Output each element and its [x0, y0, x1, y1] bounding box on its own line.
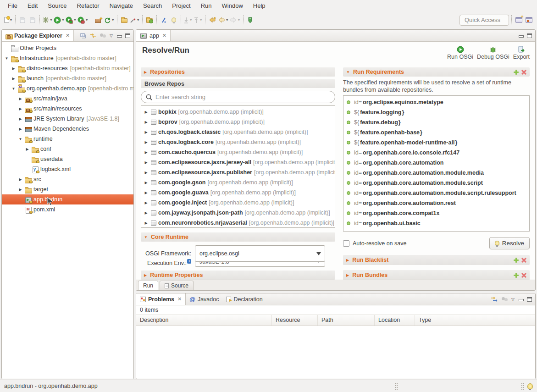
repo-item[interactable]: ch.qos.logback.core [org.openhab.demo.ap…: [141, 137, 335, 147]
tab-run[interactable]: Run: [138, 281, 158, 290]
tree-item[interactable]: JRE System Library [JavaSE-1.8]: [2, 114, 133, 124]
java-perspective-button[interactable]: [524, 15, 533, 26]
status-grip[interactable]: [521, 383, 524, 390]
section-run-bundles[interactable]: Run Bundles: [343, 270, 530, 280]
expander-icon[interactable]: [17, 117, 23, 121]
expander-icon[interactable]: [143, 150, 149, 155]
menu-item[interactable]: Source: [43, 1, 72, 10]
requirement-item[interactable]: id= org.openhab.core.compat1x: [343, 208, 529, 218]
status-grip[interactable]: [395, 383, 398, 390]
repo-item[interactable]: ch.qos.logback.classic [org.openhab.demo…: [141, 127, 335, 137]
expander-icon[interactable]: [143, 130, 149, 134]
expander-icon[interactable]: [17, 107, 23, 111]
open-perspective-button[interactable]: [514, 15, 523, 26]
expander-icon[interactable]: [17, 127, 23, 131]
link-with-editor-icon[interactable]: [90, 33, 96, 38]
maximize-icon[interactable]: [125, 33, 130, 38]
open-folder-button[interactable]: [120, 15, 129, 26]
menu-item[interactable]: Help: [248, 1, 271, 10]
section-run-requirements[interactable]: Run Requirements: [343, 67, 530, 77]
add-blacklist-icon[interactable]: [514, 258, 519, 263]
requirement-item[interactable]: ${ feature.openhab-base }: [343, 127, 529, 138]
requirement-item[interactable]: id= org.eclipse.equinox.metatype: [343, 97, 529, 107]
repo-item[interactable]: com.google.gson [org.openhab.demo.app (i…: [141, 177, 335, 188]
section-repositories[interactable]: Repositories: [141, 67, 335, 77]
last-edit-location-button[interactable]: [208, 15, 217, 26]
back-button[interactable]: ▼: [218, 15, 229, 26]
expander-icon[interactable]: [17, 97, 23, 101]
osgi-framework-combo[interactable]: org.eclipse.osgi: [195, 245, 325, 262]
export-button[interactable]: Export: [512, 46, 531, 64]
expander-icon[interactable]: [143, 201, 149, 205]
column-path[interactable]: Path: [318, 315, 375, 326]
expander-icon[interactable]: [143, 211, 149, 215]
tree-item[interactable]: app.bndrun: [2, 194, 133, 204]
remove-bundle-icon[interactable]: [521, 273, 526, 278]
expander-icon[interactable]: [143, 191, 149, 195]
tree-item[interactable]: src/main/java: [2, 94, 133, 104]
content-assist-hint-button[interactable]: [169, 15, 178, 26]
tree-item[interactable]: target: [2, 184, 133, 194]
debug-osgi-button[interactable]: Debug OSGi: [476, 46, 510, 64]
expander-icon[interactable]: [11, 87, 17, 91]
view-menu-icon[interactable]: ▽: [110, 33, 113, 38]
close-icon[interactable]: ✕: [162, 33, 166, 39]
tree-item[interactable]: src/main/resources: [2, 104, 133, 114]
quick-access-input[interactable]: [459, 15, 509, 26]
new-wizard-button[interactable]: ▼: [4, 15, 13, 26]
tab-declaration[interactable]: Declaration: [222, 293, 266, 305]
repo-item[interactable]: com.google.guava [org.openhab.demo.app (…: [141, 188, 335, 198]
expander-icon[interactable]: [17, 188, 23, 192]
tree-item[interactable]: conf: [2, 144, 133, 154]
tree-item[interactable]: src: [2, 174, 133, 184]
open-resource-button[interactable]: [145, 15, 154, 26]
tab-problems[interactable]: Problems ✕: [136, 293, 186, 305]
next-annotation-button[interactable]: ▼: [183, 15, 193, 26]
menu-item[interactable]: Refactor: [72, 1, 105, 10]
tree-item[interactable]: Infrastructure [openhab-distro master]: [2, 53, 133, 63]
menu-item[interactable]: File: [3, 1, 22, 10]
tree-item[interactable]: org.openhab.demo.app [openhab-distro mas…: [2, 83, 133, 94]
expander-icon[interactable]: [17, 137, 23, 141]
tree-item[interactable]: Maven Dependencies: [2, 124, 133, 134]
tree-item[interactable]: launch [openhab-distro master]: [2, 73, 133, 83]
requirement-item[interactable]: id= org.openhab.core.automation.module.m…: [343, 168, 529, 178]
requirement-item[interactable]: ${ feature.debug }: [343, 117, 529, 127]
remove-blacklist-icon[interactable]: [521, 258, 526, 263]
add-bundle-icon[interactable]: [514, 273, 519, 278]
menu-item[interactable]: Window: [217, 1, 248, 10]
run-osgi-button[interactable]: Run OSGi: [446, 46, 474, 64]
menu-item[interactable]: Search: [138, 1, 167, 10]
coverage-button[interactable]: ▼: [66, 15, 77, 26]
resolve-button[interactable]: Resolve: [489, 237, 530, 249]
minimize-icon[interactable]: [518, 33, 523, 38]
repo-item[interactable]: bcpkix [org.openhab.demo.app (implicit)]: [141, 107, 335, 117]
requirement-item[interactable]: id= org.openhab.core.io.console.rfc147: [343, 148, 529, 158]
menu-item[interactable]: Project: [167, 1, 195, 10]
maximize-icon[interactable]: [527, 33, 532, 38]
run-button[interactable]: ▼: [54, 15, 65, 26]
tree-item[interactable]: distro-resources [openhab-distro master]: [2, 63, 133, 73]
lightbulb-icon[interactable]: [527, 383, 533, 389]
debug-button[interactable]: ▼: [42, 15, 53, 26]
repo-item[interactable]: bcprov [org.openhab.demo.app (implicit)]: [141, 117, 335, 127]
add-requirement-icon[interactable]: [514, 70, 519, 75]
section-run-blacklist[interactable]: Run Blacklist: [343, 255, 530, 265]
requirement-item[interactable]: id= org.openhab.core.automation.rest: [343, 198, 529, 208]
menu-item[interactable]: Edit: [22, 1, 43, 10]
remove-requirement-icon[interactable]: [521, 70, 526, 75]
save-button[interactable]: [18, 15, 27, 26]
repo-item[interactable]: com.neuronrobotics.nrjavaserial [org.ope…: [141, 218, 335, 228]
search-input[interactable]: [155, 94, 330, 100]
previous-annotation-button[interactable]: ▼: [194, 15, 203, 26]
menu-item[interactable]: Navigate: [105, 1, 138, 10]
expander-icon[interactable]: [143, 160, 149, 165]
view-menu-icon[interactable]: ▽: [511, 297, 515, 302]
forward-button[interactable]: ▼: [230, 15, 241, 26]
requirement-item[interactable]: id= org.openhab.ui.basic: [343, 218, 529, 228]
filters-icon[interactable]: [491, 296, 498, 302]
requirement-item[interactable]: id= org.openhab.core.automation: [343, 158, 529, 168]
close-icon[interactable]: ✕: [66, 33, 70, 39]
editor-tab-app[interactable]: app ✕: [136, 30, 171, 41]
expander-icon[interactable]: [143, 110, 149, 114]
